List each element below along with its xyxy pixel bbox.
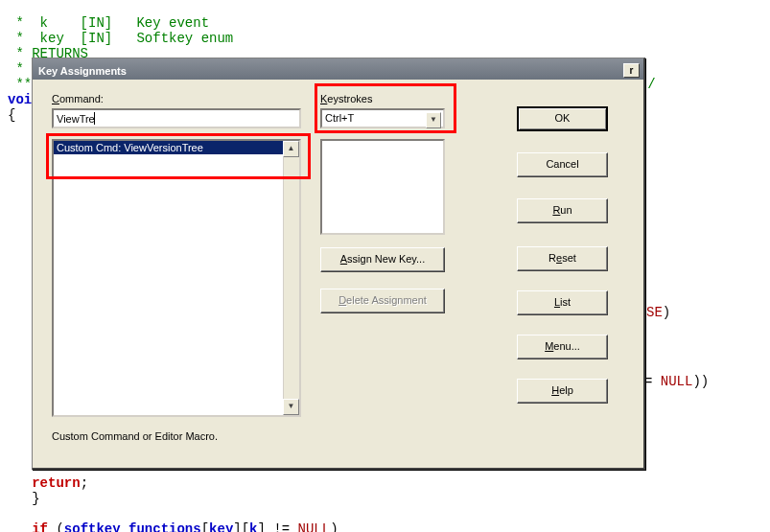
dialog-title: Key Assignments xyxy=(38,65,127,77)
command-listbox[interactable]: Custom Cmd: ViewVersionTree ▲ ▼ xyxy=(52,139,301,417)
help-button[interactable]: Help xyxy=(517,379,608,404)
ok-button[interactable]: OK xyxy=(517,106,608,131)
command-label: Command: xyxy=(52,93,104,104)
scrollbar[interactable]: ▲ ▼ xyxy=(283,141,299,415)
delete-assignment-button: Delete Assignment xyxy=(320,289,445,313)
scroll-up-icon[interactable]: ▲ xyxy=(283,141,299,157)
scroll-down-icon[interactable]: ▼ xyxy=(283,399,299,415)
chevron-down-icon[interactable]: ▼ xyxy=(426,112,441,128)
dialog-titlebar[interactable]: Key Assignments r xyxy=(33,58,643,80)
footer-text: Custom Command or Editor Macro. xyxy=(52,430,218,442)
command-input[interactable]: ViewTre xyxy=(52,108,301,128)
keystrokes-listbox[interactable] xyxy=(320,139,445,235)
keystrokes-label: Keystrokes xyxy=(320,93,372,104)
keystrokes-combobox[interactable]: Ctrl+T ▼ xyxy=(320,108,445,128)
close-icon[interactable]: r xyxy=(623,63,640,78)
key-assignments-dialog: Key Assignments r Command: ViewTre Custo… xyxy=(32,58,645,470)
run-button[interactable]: Run xyxy=(517,198,608,223)
menu-button[interactable]: Menu... xyxy=(517,335,608,359)
assign-new-key-button[interactable]: Assign New Key... xyxy=(320,247,445,272)
list-item[interactable]: Custom Cmd: ViewVersionTree xyxy=(54,141,299,154)
list-button[interactable]: List xyxy=(517,290,608,315)
cancel-button[interactable]: Cancel xyxy=(517,152,608,177)
reset-button[interactable]: Reset xyxy=(517,246,608,271)
